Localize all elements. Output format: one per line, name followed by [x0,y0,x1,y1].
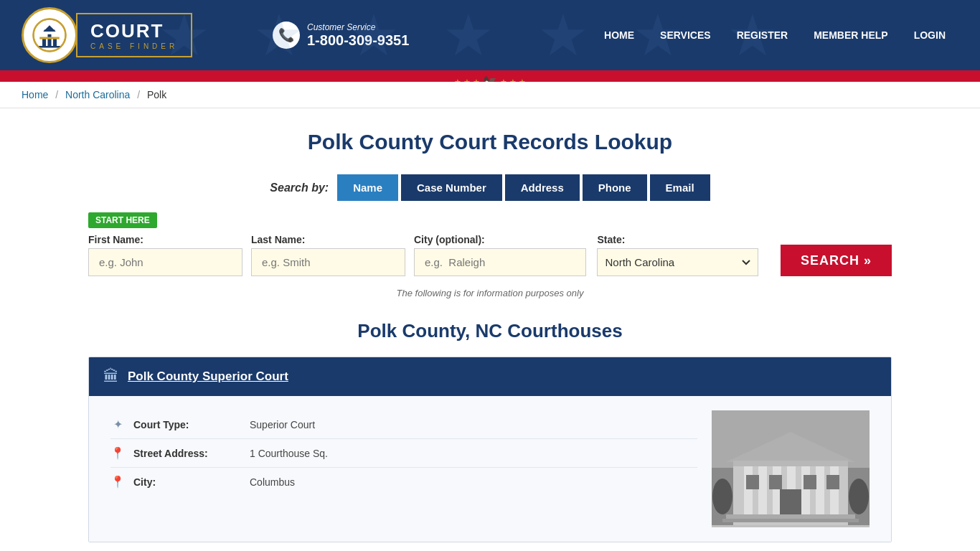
svg-point-28 [712,479,732,514]
svg-rect-27 [826,475,839,489]
court-type-label: Court Type: [133,419,241,430]
last-name-label: Last Name: [251,234,405,245]
svg-rect-13 [758,464,767,514]
main-content: Polk County Court Records Lookup Search … [60,108,920,551]
svg-rect-25 [769,475,782,489]
courthouses-title: Polk County, NC Courthouses [88,320,892,342]
svg-rect-6 [44,30,55,32]
first-name-input[interactable] [88,248,242,276]
svg-rect-22 [722,519,859,522]
page-title: Polk County Court Records Lookup [88,130,892,154]
courthouse-body: ✦ Court Type: Superior Court 📍 Street Ad… [89,396,891,542]
last-name-input[interactable] [251,248,405,276]
city-group: City (optional): [414,234,588,276]
last-name-group: Last Name: [251,234,405,276]
detail-city: 📍 City: Columbus [110,468,697,496]
customer-service: 📞 Customer Service 1-800-309-9351 [273,22,409,49]
city-detail-value: Columbus [250,476,295,488]
logo-circle [22,7,77,63]
state-label: State: [597,234,771,245]
eagle-icon: 🦅 [483,75,497,83]
state-group: State: North Carolina AlabamaAlaskaArizo… [597,234,771,276]
svg-rect-23 [780,489,801,514]
city-input[interactable] [414,248,586,276]
svg-rect-21 [726,514,855,519]
cs-phone: 1-800-309-9351 [307,32,409,49]
court-type-value: Superior Court [250,419,315,430]
courthouse-details: ✦ Court Type: Superior Court 📍 Street Ad… [110,410,697,527]
svg-rect-26 [804,475,816,489]
cs-label: Customer Service [307,22,409,32]
address-label: Street Address: [133,448,241,459]
breadcrumb-county: Polk [147,89,166,100]
detail-address: 📍 Street Address: 1 Courthouse Sq. [110,439,697,468]
courthouse-header: 🏛 Polk County Superior Court [89,357,891,396]
breadcrumb-state[interactable]: North Carolina [65,89,130,100]
search-button[interactable]: SEARCH » [781,245,892,276]
main-nav: HOME SERVICES REGISTER MEMBER HELP LOGIN [591,19,958,51]
tab-name[interactable]: Name [337,174,398,201]
courthouse-building-svg [712,410,870,525]
courthouse-card: 🏛 Polk County Superior Court ✦ Court Typ… [88,357,892,542]
first-name-group: First Name: [88,234,242,276]
site-header: COURT CASE FINDER 📞 Customer Service 1-8… [0,0,980,82]
breadcrumb-sep-2: / [137,89,140,100]
nav-register-link[interactable]: REGISTER [724,19,801,51]
info-note: The following is for information purpose… [88,288,892,298]
start-here-badge: START HERE [88,212,157,228]
court-type-icon: ✦ [110,418,125,431]
svg-rect-4 [39,37,60,39]
tab-phone[interactable]: Phone [583,174,647,201]
breadcrumb-sep-1: / [55,89,58,100]
svg-rect-20 [733,461,848,466]
first-name-label: First Name: [88,234,242,245]
breadcrumb-home[interactable]: Home [22,89,48,100]
search-by-label: Search by: [270,182,329,194]
courthouse-name-link[interactable]: Polk County Superior Court [128,369,288,384]
search-form: First Name: Last Name: City (optional): … [88,234,892,276]
detail-court-type: ✦ Court Type: Superior Court [110,410,697,439]
ribbon-arch: ★ ★ ★ 🦅 ★ ★ ★ [390,72,590,82]
courthouse-image [712,410,870,527]
nav-home-link[interactable]: HOME [591,19,647,51]
svg-rect-2 [48,34,52,46]
svg-rect-7 [39,46,60,48]
breadcrumb: Home / North Carolina / Polk [0,82,980,108]
courthouse-icon: 🏛 [103,367,119,386]
svg-point-29 [849,479,869,514]
search-by-row: Search by: Name Case Number Address Phon… [88,174,892,201]
state-select[interactable]: North Carolina AlabamaAlaskaArizona Arka… [597,248,758,276]
ribbon-bar: ★ ★ ★ 🦅 ★ ★ ★ [0,70,980,82]
city-icon: 📍 [110,475,125,489]
svg-rect-17 [816,464,824,514]
city-detail-label: City: [133,476,241,488]
logo-sub: CASE FINDER [90,42,178,50]
stars-right: ★ ★ ★ [500,77,526,83]
tab-case-number[interactable]: Case Number [401,174,502,201]
nav-member-help-link[interactable]: MEMBER HELP [801,19,900,51]
logo-text-box: COURT CASE FINDER [76,13,192,57]
svg-rect-24 [746,475,759,489]
nav-login-link[interactable]: LOGIN [901,19,958,51]
phone-icon: 📞 [273,22,300,49]
tab-address[interactable]: Address [505,174,580,201]
nav-services-link[interactable]: SERVICES [647,19,724,51]
city-label: City (optional): [414,234,588,245]
stars-left: ★ ★ ★ [454,77,480,83]
address-icon: 📍 [110,446,125,460]
logo-court: COURT [90,20,178,42]
address-value: 1 Courthouse Sq. [250,448,328,459]
tab-email[interactable]: Email [650,174,710,201]
